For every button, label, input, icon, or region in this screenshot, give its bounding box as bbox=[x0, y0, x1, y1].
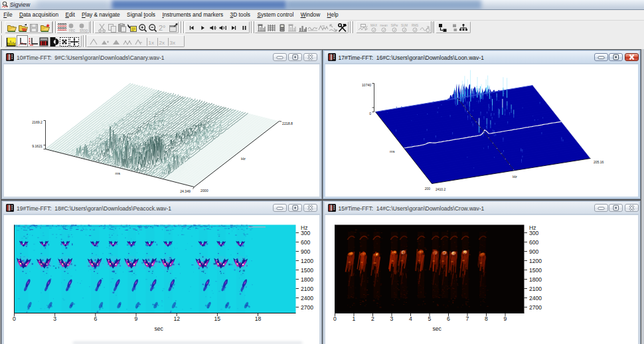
svg-text:9: 9 bbox=[134, 315, 137, 322]
svg-text:StPw: StPw bbox=[390, 24, 398, 27]
svg-text:2400: 2400 bbox=[301, 294, 313, 301]
svg-text:12: 12 bbox=[173, 315, 180, 322]
svg-text:600: 600 bbox=[301, 238, 311, 245]
svg-text:MAX: MAX bbox=[370, 24, 377, 27]
svg-text:1200: 1200 bbox=[301, 257, 313, 264]
svg-text:2100: 2100 bbox=[529, 285, 542, 292]
svg-text:1800: 1800 bbox=[301, 276, 313, 282]
svg-text:0: 0 bbox=[333, 315, 337, 322]
svg-text:1: 1 bbox=[353, 315, 356, 322]
svg-text:0: 0 bbox=[13, 315, 16, 322]
svg-text:ms: ms bbox=[390, 149, 395, 153]
svg-text:1200: 1200 bbox=[529, 257, 542, 264]
svg-text:205.16: 205.16 bbox=[594, 159, 604, 163]
svg-text:Hz: Hz bbox=[529, 224, 536, 230]
svg-text:600: 600 bbox=[529, 238, 539, 245]
svg-text:1500: 1500 bbox=[301, 266, 313, 273]
svg-text:2°: 2° bbox=[159, 24, 166, 32]
svg-text:3: 3 bbox=[53, 315, 56, 322]
svg-text:4: 4 bbox=[409, 315, 412, 322]
svg-text:900: 900 bbox=[301, 248, 311, 254]
svg-text:2218.8: 2218.8 bbox=[282, 121, 293, 125]
svg-text:9.1621: 9.1621 bbox=[32, 144, 42, 148]
svg-text:8: 8 bbox=[485, 315, 488, 322]
svg-text:2700: 2700 bbox=[529, 303, 542, 310]
svg-text:24.349: 24.349 bbox=[180, 189, 191, 193]
svg-text:2100: 2100 bbox=[301, 285, 313, 292]
svg-text:10740: 10740 bbox=[362, 82, 371, 86]
svg-text:7: 7 bbox=[466, 315, 469, 322]
svg-text:sec: sec bbox=[433, 325, 442, 332]
svg-text:0: 0 bbox=[369, 111, 371, 115]
svg-text:1x: 1x bbox=[148, 39, 153, 45]
svg-text:2169.2: 2169.2 bbox=[32, 120, 42, 124]
svg-text:stop: stop bbox=[80, 27, 88, 33]
svg-text:3x: 3x bbox=[169, 39, 175, 45]
svg-text:RMS: RMS bbox=[411, 24, 418, 27]
svg-text:Hz: Hz bbox=[301, 224, 308, 230]
svg-text:rec: rec bbox=[69, 27, 76, 32]
svg-text:2410.2: 2410.2 bbox=[436, 187, 446, 191]
svg-text:9: 9 bbox=[504, 315, 507, 322]
svg-text:sec: sec bbox=[154, 325, 163, 332]
svg-text:6: 6 bbox=[447, 315, 450, 322]
svg-text:15: 15 bbox=[214, 315, 220, 322]
svg-text:2700: 2700 bbox=[301, 303, 313, 310]
svg-text:200: 200 bbox=[425, 186, 431, 190]
svg-text:2400: 2400 bbox=[529, 294, 542, 301]
svg-text:5: 5 bbox=[428, 315, 432, 322]
svg-text:mean: mean bbox=[380, 24, 388, 27]
svg-text:18: 18 bbox=[254, 315, 261, 322]
svg-text:SUM: SUM bbox=[401, 24, 408, 27]
svg-text:1500: 1500 bbox=[529, 266, 542, 273]
svg-text:Hz: Hz bbox=[241, 156, 246, 160]
svg-text:1800: 1800 bbox=[529, 276, 542, 282]
svg-text:Hz: Hz bbox=[513, 174, 517, 178]
svg-text:2: 2 bbox=[371, 315, 374, 322]
svg-text:6: 6 bbox=[94, 315, 97, 322]
svg-text:900: 900 bbox=[529, 248, 539, 254]
svg-text:2x: 2x bbox=[159, 39, 164, 45]
svg-text:ms: ms bbox=[115, 171, 120, 175]
svg-text:2000: 2000 bbox=[201, 188, 208, 192]
svg-text:3: 3 bbox=[390, 315, 394, 322]
